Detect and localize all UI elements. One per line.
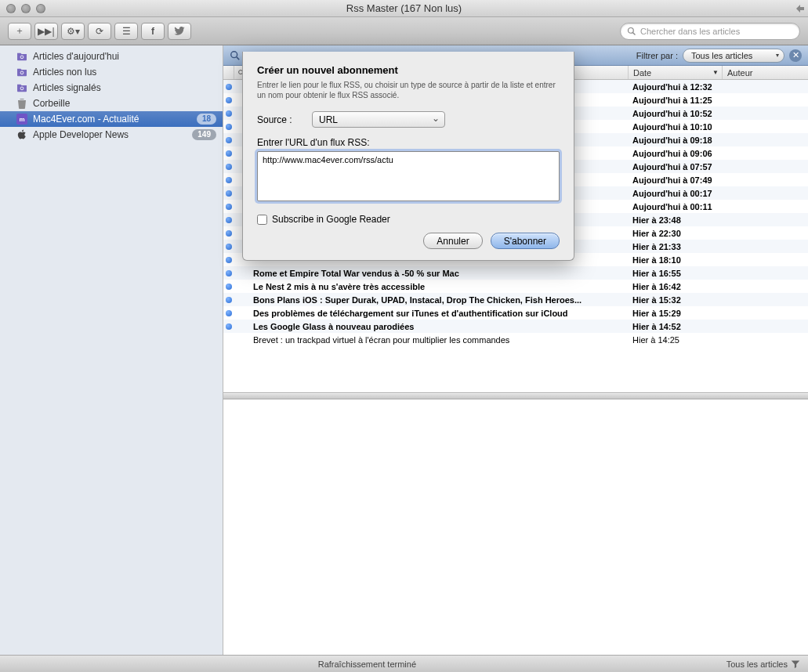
svg-point-0 bbox=[629, 27, 634, 33]
sidebar-item[interactable]: mMac4Ever.com - Actualité18 bbox=[0, 111, 223, 127]
article-date: Hier à 15:32 bbox=[628, 295, 722, 305]
article-row[interactable]: Bons Plans iOS : Super Durak, UPAD, Inst… bbox=[223, 293, 808, 306]
dialog-help: Entrer le lien pour le flux RSS, ou choi… bbox=[257, 81, 560, 100]
unread-dot bbox=[223, 270, 234, 276]
status-message: Rafraîchissement terminé bbox=[8, 659, 726, 669]
facebook-icon: f bbox=[151, 26, 154, 37]
subscribe-button[interactable]: S'abonner bbox=[491, 233, 560, 249]
article-date: Hier à 14:52 bbox=[628, 322, 722, 331]
column-unread[interactable] bbox=[223, 66, 234, 79]
refresh-button[interactable]: ⟳ bbox=[88, 23, 111, 40]
sidebar-item[interactable]: Articles d'aujourd'hui bbox=[0, 49, 223, 64]
apple-icon bbox=[16, 128, 28, 141]
window-close-button[interactable] bbox=[6, 4, 16, 13]
splitter-handle[interactable] bbox=[223, 393, 808, 399]
filter-label: Filtrer par : bbox=[636, 51, 678, 60]
status-bar: Rafraîchissement terminé Tous les articl… bbox=[0, 655, 808, 672]
sidebar-item[interactable]: Corbeille bbox=[0, 96, 223, 111]
window-minimize-button[interactable] bbox=[21, 4, 31, 13]
twitter-icon bbox=[174, 27, 185, 35]
unread-dot bbox=[223, 150, 234, 157]
sidebar-item-label: Articles d'aujourd'hui bbox=[33, 51, 119, 62]
article-row[interactable]: Le Nest 2 mis à nu s'avère très accessib… bbox=[223, 280, 808, 293]
smart-folder-icon bbox=[16, 81, 28, 94]
article-date: Hier à 14:25 bbox=[628, 335, 722, 345]
source-label: Source : bbox=[257, 114, 312, 125]
close-icon: ✕ bbox=[792, 50, 799, 60]
unread-dot bbox=[223, 284, 234, 290]
article-title: Brevet : un trackpad virtuel à l'écran p… bbox=[248, 335, 628, 345]
unread-dot bbox=[223, 323, 234, 330]
next-unread-button[interactable]: ▶▶| bbox=[34, 23, 58, 40]
source-select-value: URL bbox=[319, 114, 338, 125]
article-row[interactable]: Des problèmes de téléchargement sur iTun… bbox=[223, 306, 808, 320]
article-title: Rome et Empire Total War vendus à -50 % … bbox=[248, 269, 628, 278]
unread-badge: 149 bbox=[192, 129, 216, 140]
filter-combo[interactable]: Tous les articles bbox=[683, 49, 784, 63]
subscribe-dialog: Créer un nouvel abonnement Entrer le lie… bbox=[242, 52, 574, 261]
filter-combo-value: Tous les articles bbox=[691, 51, 752, 60]
filter-close-button[interactable]: ✕ bbox=[789, 49, 802, 62]
unread-dot bbox=[223, 310, 234, 316]
search-placeholder: Chercher dans les articles bbox=[640, 27, 740, 36]
unread-dot bbox=[223, 257, 234, 263]
article-row[interactable]: Rome et Empire Total War vendus à -50 % … bbox=[223, 266, 808, 280]
sidebar-item[interactable]: Articles non lus bbox=[0, 64, 223, 80]
article-title: Les Google Glass à nouveau parodiées bbox=[248, 322, 628, 331]
sidebar-item-label: Apple Developer News bbox=[33, 129, 129, 140]
unread-dot bbox=[223, 110, 234, 117]
sidebar-item-label: Corbeille bbox=[33, 98, 70, 109]
svg-line-8 bbox=[237, 56, 239, 59]
article-date: Hier à 16:55 bbox=[628, 269, 722, 278]
google-reader-checkbox[interactable] bbox=[257, 215, 267, 225]
action-menu-button[interactable]: ⚙▾ bbox=[61, 23, 85, 40]
article-row[interactable]: Brevet : un trackpad virtuel à l'écran p… bbox=[223, 333, 808, 346]
article-date: Aujourd'hui à 12:32 bbox=[628, 82, 722, 92]
gear-icon: ⚙▾ bbox=[67, 26, 80, 37]
unread-dot bbox=[223, 217, 234, 223]
smart-folder-icon bbox=[16, 66, 28, 78]
unread-dot bbox=[223, 177, 234, 183]
article-date: Aujourd'hui à 11:25 bbox=[628, 96, 722, 105]
unread-dot bbox=[223, 297, 234, 303]
unread-dot bbox=[223, 244, 234, 250]
cancel-button[interactable]: Annuler bbox=[423, 233, 482, 249]
article-date: Aujourd'hui à 09:06 bbox=[628, 149, 722, 158]
sidebar-item[interactable]: Articles signalés bbox=[0, 80, 223, 96]
search-icon bbox=[627, 27, 636, 36]
sidebar-item[interactable]: Apple Developer News149 bbox=[0, 127, 223, 143]
svg-point-7 bbox=[231, 51, 237, 57]
status-filter[interactable]: Tous les articles bbox=[726, 659, 800, 669]
article-row[interactable]: Les Google Glass à nouveau parodiéesHier… bbox=[223, 320, 808, 333]
filter-loupe-icon bbox=[230, 50, 241, 61]
column-author[interactable]: Auteur bbox=[722, 66, 808, 79]
article-title: Le Nest 2 mis à nu s'avère très accessib… bbox=[248, 282, 628, 291]
facebook-button[interactable]: f bbox=[141, 23, 165, 40]
unread-dot bbox=[223, 137, 234, 143]
unread-dot bbox=[223, 124, 234, 130]
article-date: Aujourd'hui à 09:18 bbox=[628, 135, 722, 145]
column-date[interactable]: Date ▼ bbox=[628, 66, 722, 79]
svg-text:m: m bbox=[19, 116, 24, 123]
url-textarea[interactable] bbox=[257, 151, 560, 201]
toolbar: ＋ ▶▶| ⚙▾ ⟳ ☰ f Chercher dans les article… bbox=[0, 17, 808, 45]
twitter-button[interactable] bbox=[168, 23, 191, 40]
stack-icon: ☰ bbox=[122, 26, 131, 37]
article-date: Aujourd'hui à 00:11 bbox=[628, 202, 722, 211]
trash-icon bbox=[16, 97, 28, 110]
window-expand-icon[interactable] bbox=[795, 3, 806, 14]
dialog-title: Créer un nouvel abonnement bbox=[257, 64, 560, 76]
article-date: Aujourd'hui à 07:57 bbox=[628, 162, 722, 172]
add-button[interactable]: ＋ bbox=[8, 23, 31, 40]
article-date: Hier à 23:48 bbox=[628, 215, 722, 225]
url-label: Entrer l'URL d'un flux RSS: bbox=[257, 137, 560, 148]
window-zoom-button[interactable] bbox=[36, 4, 45, 13]
source-select[interactable]: URL bbox=[312, 111, 445, 128]
stack-button[interactable]: ☰ bbox=[114, 23, 138, 40]
article-date: Hier à 16:42 bbox=[628, 282, 722, 291]
search-input[interactable]: Chercher dans les articles bbox=[620, 23, 800, 40]
window-title: Rss Master (167 Non lus) bbox=[0, 2, 808, 14]
article-date: Hier à 21:33 bbox=[628, 242, 722, 251]
unread-dot bbox=[223, 97, 234, 103]
article-preview bbox=[223, 399, 808, 655]
